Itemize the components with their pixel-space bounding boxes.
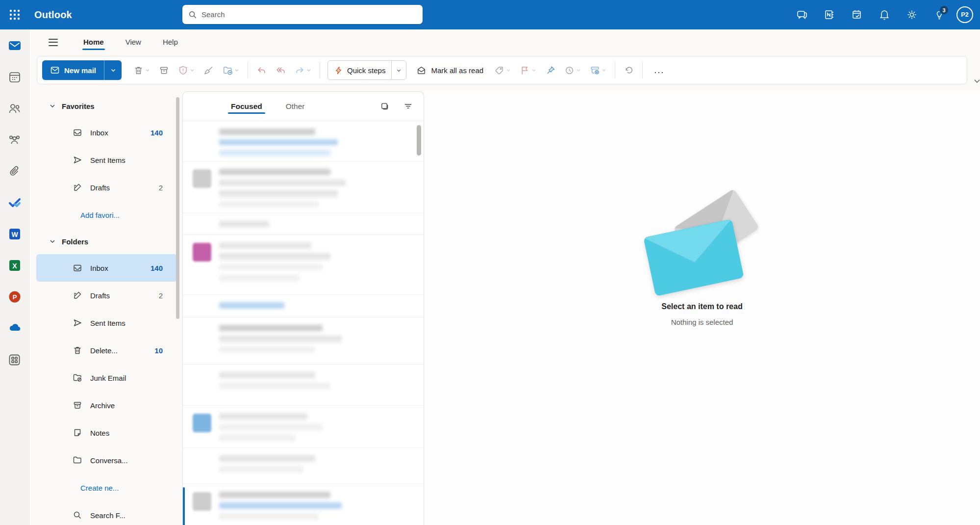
new-mail-button[interactable]: New mail — [42, 60, 122, 80]
email-item[interactable] — [183, 161, 424, 213]
rail-calendar-button[interactable] — [6, 69, 23, 85]
rail-powerpoint-button[interactable]: P — [6, 289, 23, 305]
email-preview-lines — [219, 301, 411, 312]
search-bar[interactable] — [182, 5, 423, 24]
categorize-button[interactable] — [490, 60, 515, 80]
delete-icon — [133, 65, 144, 76]
more-commands-button[interactable]: ... — [647, 60, 671, 80]
collapse-ribbon-button[interactable] — [973, 77, 980, 87]
pin-button[interactable] — [541, 60, 559, 80]
folder-sent-items[interactable]: Sent Items — [36, 309, 177, 337]
email-item[interactable] — [183, 121, 424, 161]
folder-notes[interactable]: Notes — [36, 419, 177, 446]
tab-focused[interactable]: Focused — [230, 94, 263, 119]
email-item[interactable] — [183, 484, 424, 525]
mark-all-read-button[interactable]: Mark all as read — [410, 60, 489, 80]
rail-mail-button[interactable] — [6, 37, 23, 54]
filter-icon — [403, 102, 413, 111]
favorite-sent-items[interactable]: Sent Items — [36, 146, 177, 174]
favorite-drafts[interactable]: Drafts 2 — [36, 174, 177, 201]
my-day-calendar-icon — [851, 9, 863, 21]
rail-more-apps-button[interactable] — [6, 351, 23, 368]
rail-onedrive-button[interactable] — [6, 320, 23, 337]
folder-label: Search F... — [90, 511, 126, 520]
tips-button[interactable]: 3 — [929, 4, 950, 25]
report-button[interactable] — [174, 60, 199, 80]
flag-icon — [520, 65, 530, 76]
toolbar-divider — [642, 62, 643, 79]
archive-settings-icon — [590, 65, 600, 76]
email-item[interactable] — [183, 406, 424, 448]
folder-inbox[interactable]: Inbox 140 — [36, 254, 177, 282]
rail-excel-button[interactable]: X — [6, 257, 23, 274]
message-list: Focused Other — [182, 91, 424, 525]
svg-text:X: X — [12, 262, 17, 270]
rail-todo-button[interactable] — [6, 194, 23, 211]
tab-other[interactable]: Other — [285, 94, 306, 119]
folders-section-header[interactable]: Folders — [29, 229, 182, 254]
filter-button[interactable] — [401, 100, 415, 113]
email-item[interactable] — [183, 448, 424, 484]
folder-conversation-history[interactable]: Conversa... — [36, 446, 177, 474]
sweep-button[interactable] — [200, 60, 218, 80]
rail-groups-button[interactable] — [6, 131, 23, 148]
quick-steps-dropdown[interactable] — [391, 61, 406, 79]
create-new-folder-link[interactable]: Create ne... — [36, 474, 177, 501]
folder-search-folders[interactable]: Search F... — [36, 501, 177, 525]
email-preview-lines — [219, 167, 411, 208]
tab-view[interactable]: View — [117, 34, 150, 51]
flag-button[interactable] — [516, 60, 540, 80]
reply-all-button[interactable] — [272, 60, 290, 80]
notifications-button[interactable] — [874, 4, 895, 25]
move-to-button[interactable] — [219, 60, 243, 80]
email-item[interactable] — [183, 235, 424, 295]
my-day-button[interactable] — [847, 4, 867, 25]
new-mail-dropdown[interactable] — [104, 60, 122, 80]
chevron-down-icon — [396, 68, 402, 73]
folder-pane-scrollbar[interactable] — [176, 97, 179, 319]
app-launcher-button[interactable] — [0, 0, 29, 29]
unread-count: 10 — [154, 346, 163, 355]
folder-deleted-items[interactable]: Delete... 10 — [36, 337, 177, 364]
forward-button[interactable] — [291, 60, 315, 80]
folder-archive[interactable]: Archive — [36, 392, 177, 419]
folder-drafts[interactable]: Drafts 2 — [36, 282, 177, 309]
nav-toggle-button[interactable] — [43, 33, 63, 51]
mark-all-read-label: Mark all as read — [431, 66, 483, 75]
favorite-inbox[interactable]: Inbox 140 — [36, 119, 177, 146]
folder-junk-email[interactable]: Junk Email — [36, 364, 177, 392]
email-item[interactable] — [183, 213, 424, 235]
email-item[interactable] — [183, 295, 424, 317]
more-apps-icon — [8, 353, 21, 367]
email-item[interactable] — [183, 317, 424, 365]
sender-avatar — [193, 169, 211, 188]
favorites-section-header[interactable]: Favorites — [29, 93, 182, 119]
rail-files-button[interactable] — [6, 163, 23, 180]
rail-people-button[interactable] — [6, 100, 23, 117]
settings-button[interactable] — [902, 4, 922, 25]
archive-button[interactable] — [155, 60, 173, 80]
snooze-button[interactable] — [560, 60, 585, 80]
select-messages-button[interactable] — [377, 100, 391, 113]
chat-button[interactable] — [792, 4, 812, 25]
rail-word-button[interactable]: W — [6, 226, 23, 242]
delete-button[interactable] — [129, 60, 154, 80]
undo-button[interactable] — [620, 60, 638, 80]
reply-button[interactable] — [252, 60, 271, 80]
search-input[interactable] — [201, 10, 417, 19]
rules-button[interactable] — [586, 60, 610, 80]
chevron-down-icon — [602, 68, 606, 73]
email-item[interactable] — [183, 365, 424, 406]
tab-home[interactable]: Home — [75, 34, 113, 51]
account-avatar[interactable]: P2 — [956, 6, 973, 23]
sender-avatar — [193, 243, 211, 262]
reply-all-icon — [276, 65, 286, 76]
gear-icon — [906, 9, 918, 21]
quick-steps-button[interactable]: Quick steps — [327, 60, 406, 80]
tag-icon — [494, 65, 504, 76]
svg-text:W: W — [11, 231, 18, 238]
tab-help[interactable]: Help — [154, 34, 187, 51]
add-favorite-link[interactable]: Add favori... — [36, 201, 177, 229]
archive-icon — [159, 65, 169, 76]
onenote-feed-button[interactable] — [819, 4, 840, 25]
